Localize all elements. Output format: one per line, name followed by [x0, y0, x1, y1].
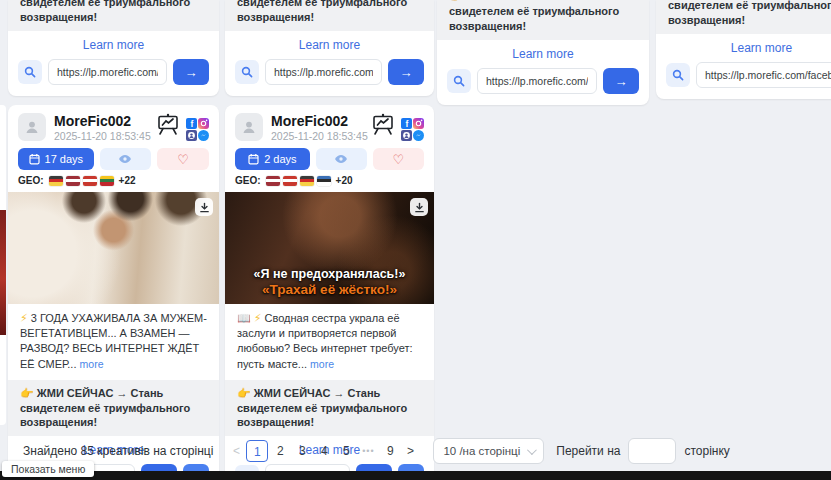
- heart-icon: ♡: [177, 152, 189, 167]
- tracking-url-input[interactable]: [477, 68, 597, 94]
- goto-page-label: Перейти на: [556, 444, 620, 458]
- download-image-button[interactable]: [410, 198, 428, 216]
- profile-name: MoreFic002: [271, 113, 371, 129]
- geo-label: GEO:: [235, 175, 261, 186]
- prev-page-button[interactable]: <: [227, 444, 245, 458]
- eye-icon: [118, 154, 132, 164]
- geo-more-count[interactable]: +20: [336, 175, 353, 186]
- open-url-button[interactable]: →: [173, 59, 209, 85]
- views-button[interactable]: [316, 148, 367, 170]
- partial-card-left: [0, 105, 6, 425]
- url-row: [656, 60, 831, 99]
- flag-at-icon: [83, 176, 97, 186]
- flag-at-icon: [283, 176, 297, 186]
- messenger-icon: [198, 127, 209, 138]
- learn-more-link[interactable]: Learn more: [437, 40, 649, 66]
- geo-row: GEO: +22: [8, 170, 219, 190]
- learn-more-link[interactable]: Learn more: [8, 31, 219, 57]
- per-page-select[interactable]: 10 /на сторінці: [433, 438, 544, 464]
- ad-description: ⚡ 3 ГОДА УХАЖИВАЛА ЗА МУЖЕМ-ВЕГЕТАТИВЦЕМ…: [8, 304, 219, 374]
- goto-page-suffix: сторінку: [684, 444, 729, 458]
- more-link[interactable]: more: [310, 358, 334, 370]
- ad-description: 📖 ⚡ Сводная сестра украла её заслуги и п…: [225, 304, 434, 374]
- flag-lv-icon: [266, 176, 280, 186]
- ad-card-partial-4: 👉 ЖМИ СЕЙЧАС → Стань свидетелем её триум…: [656, 0, 831, 99]
- search-icon[interactable]: [666, 63, 690, 87]
- download-image-button[interactable]: [195, 198, 213, 216]
- creative-image[interactable]: [8, 192, 219, 304]
- cta-text: 👉 ЖМИ СЕЙЧАС → Стань свидетелем её триум…: [225, 0, 434, 31]
- favorite-button[interactable]: ♡: [373, 148, 424, 170]
- chart-board-icon: [371, 113, 395, 140]
- messenger-icon: [413, 127, 424, 138]
- days-active-button[interactable]: 2 days: [235, 148, 310, 170]
- ad-card-partial-2: 👉 ЖМИ СЕЙЧАС → Стань свидетелем её триум…: [225, 0, 434, 96]
- timestamp: 2025-11-20 18:53:45: [271, 130, 371, 142]
- ads-library-page: 👉 ЖМИ СЕЙЧАС → Стань свидетелем её триум…: [0, 0, 831, 480]
- pages-ellipsis[interactable]: •••: [357, 446, 379, 456]
- chart-board-icon: [156, 113, 180, 140]
- search-icon[interactable]: [235, 60, 259, 84]
- page-button-2[interactable]: 2: [270, 440, 290, 462]
- learn-more-link[interactable]: Learn more: [656, 34, 831, 60]
- page-button-1[interactable]: 1: [246, 440, 268, 462]
- flag-de-icon: [300, 176, 314, 186]
- calendar-icon: [29, 153, 40, 165]
- next-page-button[interactable]: >: [401, 444, 419, 458]
- open-url-button[interactable]: →: [388, 59, 424, 85]
- favorite-button[interactable]: ♡: [157, 148, 209, 170]
- ad-card-1: MoreFic002 2025-11-20 18:53:45 f 17 days…: [8, 105, 219, 480]
- arrow-right-icon: →: [400, 65, 413, 80]
- heart-icon: ♡: [393, 152, 405, 167]
- more-link[interactable]: more: [80, 358, 104, 370]
- book-lightning-icon: 📖 ⚡: [237, 312, 262, 324]
- arrow-right-icon: →: [185, 65, 198, 80]
- cta-text: 👉 ЖМИ СЕЙЧАС → Стань свидетелем её триум…: [225, 380, 434, 437]
- avatar: [235, 113, 263, 141]
- creative-image[interactable]: «Я не предохранялась!» «Трахай её жёстко…: [225, 192, 434, 304]
- pointing-hand-icon: 👉: [20, 387, 34, 399]
- show-menu-button[interactable]: Показать меню: [2, 461, 94, 477]
- learn-more-link[interactable]: Learn more: [225, 31, 434, 57]
- tracking-url-input[interactable]: [696, 62, 831, 88]
- results-count: Знайдено 85 креативів на сторінці: [23, 444, 213, 458]
- days-active-button[interactable]: 17 days: [18, 148, 94, 170]
- search-icon[interactable]: [18, 60, 42, 84]
- ad-card-2: MoreFic002 2025-11-20 18:53:45 f 2 days …: [225, 105, 434, 480]
- facebook-icon: f: [186, 115, 197, 126]
- calendar-icon: [248, 153, 259, 165]
- lightning-icon: ⚡: [20, 312, 28, 324]
- cta-text: 👉 ЖМИ СЕЙЧАС → Стань свидетелем её триум…: [437, 0, 649, 40]
- audience-network-icon: [401, 127, 412, 138]
- page-button-last[interactable]: 9: [380, 440, 400, 462]
- url-row: →: [225, 57, 434, 96]
- cta-text: 👉 ЖМИ СЕЙЧАС → Стань свидетелем её триум…: [656, 0, 831, 34]
- flag-lv-icon: [66, 176, 80, 186]
- url-row: →: [437, 66, 649, 105]
- pointing-hand-icon: 👉: [237, 387, 251, 399]
- flag-ee-icon: [317, 176, 331, 186]
- instagram-icon: [198, 115, 209, 126]
- page-button-3[interactable]: 3: [292, 440, 312, 462]
- flag-lt-icon: [100, 176, 114, 186]
- card-header: MoreFic002 2025-11-20 18:53:45 f: [8, 105, 219, 146]
- views-button[interactable]: [100, 148, 152, 170]
- instagram-icon: [413, 115, 424, 126]
- page-button-4[interactable]: 4: [314, 440, 334, 462]
- image-overlay-text: «Я не предохранялась!» «Трахай её жёстко…: [225, 267, 434, 300]
- search-icon[interactable]: [447, 69, 471, 93]
- partial-creative-image: [0, 210, 6, 335]
- ad-card-partial-3: ИНТЕРНЕТ ЖДЁТ ЕЁ СМЕР... more 👉 ЖМИ СЕЙЧ…: [437, 0, 649, 105]
- page-button-5[interactable]: 5: [336, 440, 356, 462]
- geo-more-count[interactable]: +22: [119, 175, 136, 186]
- open-url-button[interactable]: →: [603, 68, 639, 94]
- arrow-right-icon: →: [615, 74, 628, 89]
- pointing-hand-icon: 👉: [449, 0, 463, 2]
- profile-name: MoreFic002: [54, 113, 156, 129]
- geo-flags: [49, 176, 114, 186]
- geo-label: GEO:: [18, 175, 44, 186]
- url-row: →: [8, 57, 219, 96]
- goto-page-input[interactable]: [628, 438, 676, 464]
- tracking-url-input[interactable]: [48, 59, 167, 85]
- tracking-url-input[interactable]: [265, 59, 382, 85]
